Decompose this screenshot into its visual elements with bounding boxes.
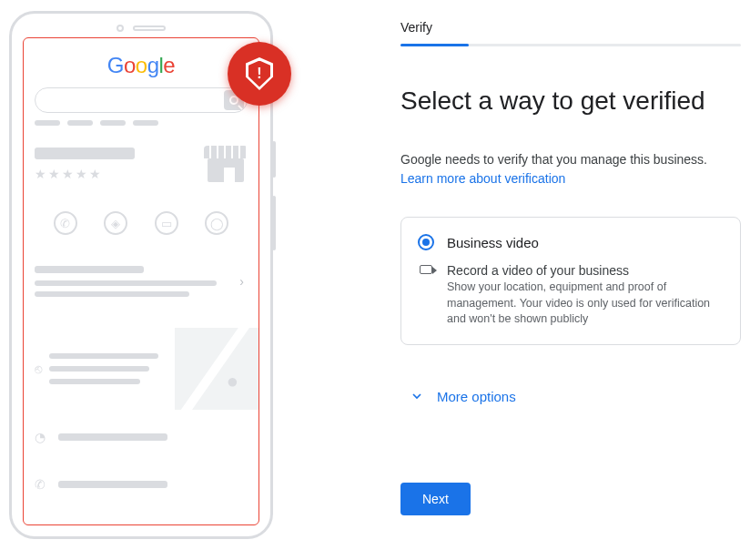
phone-screen: Google ★★★★★: [23, 37, 259, 525]
map-thumbnail: ●: [175, 328, 258, 410]
step-label: Verify: [400, 20, 741, 35]
directions-action-icon: ◈: [104, 211, 127, 235]
more-options-toggle[interactable]: More options: [410, 389, 516, 404]
chevron-right-icon: ›: [239, 274, 244, 289]
verification-option-card[interactable]: Business video Record a video of your bu…: [400, 217, 741, 345]
option-detail: Show your location, equipment and proof …: [447, 280, 724, 328]
progress-bar: [400, 44, 741, 46]
learn-more-link[interactable]: Learn more about verification: [400, 171, 565, 186]
star-rating-icon: ★★★★★: [35, 167, 135, 181]
warning-badge: !: [228, 42, 291, 106]
location-pin-icon: ⎋: [35, 361, 42, 376]
shield-icon: !: [246, 57, 273, 90]
phone-action-icon: ✆: [54, 211, 77, 235]
next-button[interactable]: Next: [400, 483, 471, 515]
search-bar-placeholder: [35, 87, 248, 113]
option-subtitle: Record a video of your business: [447, 263, 724, 278]
storefront-icon: [204, 146, 248, 182]
phone-icon: ✆: [35, 477, 49, 492]
chevron-down-icon: [410, 389, 424, 403]
page-title: Select a way to get verified: [400, 87, 741, 116]
radio-selected[interactable]: [418, 234, 434, 250]
description-text: Google needs to verify that you manage t…: [400, 152, 741, 167]
clock-icon: ◔: [35, 430, 49, 444]
map-pin-icon: ●: [227, 370, 238, 393]
content-panel: Verify Select a way to get verified Goog…: [319, 11, 750, 560]
video-camera-icon: [418, 263, 434, 328]
illustration-panel: Google ★★★★★: [9, 11, 319, 560]
phone-speaker: [117, 25, 166, 32]
option-title: Business video: [447, 235, 539, 250]
website-action-icon: ◯: [205, 211, 228, 235]
globe-icon: ◯: [35, 524, 49, 525]
save-action-icon: ▭: [155, 211, 178, 235]
google-logo: Google: [35, 53, 248, 78]
